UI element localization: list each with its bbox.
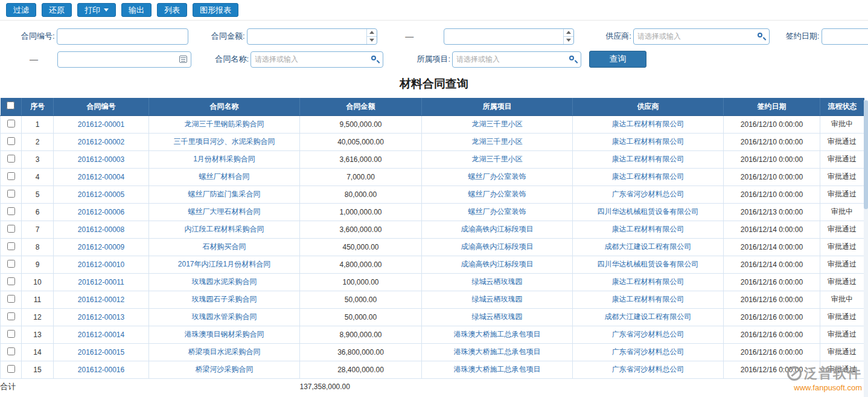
supplier-link[interactable]: 四川华达机械租赁设备有限公司: [598, 207, 699, 216]
sign-date-from-input[interactable]: [822, 28, 868, 45]
calendar-icon[interactable]: [179, 56, 187, 63]
row-checkbox[interactable]: [7, 207, 15, 215]
scrollbar-thumb[interactable]: [864, 100, 868, 209]
supplier-link[interactable]: 康达工程材料有限公司: [612, 172, 685, 181]
row-checkbox[interactable]: [7, 295, 15, 303]
supplier-link[interactable]: 康达工程材料有限公司: [612, 155, 685, 163]
contract-code-link[interactable]: 201612-00014: [78, 331, 124, 339]
project-link[interactable]: 龙湖三千里小区: [472, 155, 523, 163]
contract-name-link[interactable]: 玫瑰园水泥采购合同: [192, 277, 257, 286]
amount-from-spinner[interactable]: [366, 29, 377, 44]
project-link[interactable]: 螺丝厂办公室装饰: [468, 207, 526, 216]
supplier-link[interactable]: 广东省河沙材料总公司: [612, 330, 685, 338]
contract-name-link[interactable]: 港珠澳项目钢材采购合同: [185, 330, 264, 338]
vertical-scrollbar[interactable]: [864, 100, 868, 397]
spinner-up-icon[interactable]: [564, 29, 573, 37]
supplier-link[interactable]: 康达工程材料有限公司: [612, 225, 685, 233]
row-checkbox[interactable]: [7, 225, 15, 233]
print-button[interactable]: 打印: [77, 3, 116, 17]
supplier-link[interactable]: 成都大江建设工程有限公司: [605, 242, 692, 251]
contract-code-link[interactable]: 201612-00004: [78, 173, 124, 181]
amount-to-input[interactable]: [444, 28, 574, 45]
supplier-link[interactable]: 广东省河沙材料总公司: [612, 347, 685, 356]
filter-button[interactable]: 过滤: [6, 3, 36, 17]
restore-button[interactable]: 还原: [42, 3, 72, 17]
select-all-checkbox[interactable]: [7, 102, 14, 109]
row-checkbox[interactable]: [7, 365, 15, 373]
row-checkbox[interactable]: [7, 260, 15, 268]
supplier-link[interactable]: 康达工程材料有限公司: [612, 295, 685, 303]
contract-name-link[interactable]: 三千里项目河沙、水泥采购合同: [174, 137, 275, 146]
search-icon[interactable]: [569, 55, 577, 63]
project-link[interactable]: 绿城云栖玫瑰园: [472, 277, 523, 286]
amount-to-spinner[interactable]: [563, 29, 573, 44]
supplier-link[interactable]: 四川华达机械租赁设备有限公司: [598, 260, 699, 268]
project-link[interactable]: 成渝高铁内江标段项目: [461, 225, 534, 233]
project-link[interactable]: 港珠澳大桥施工总承包项目: [454, 365, 541, 373]
contract-code-link[interactable]: 201612-00013: [78, 313, 124, 321]
project-link[interactable]: 港珠澳大桥施工总承包项目: [454, 330, 541, 338]
project-link[interactable]: 龙湖三千里小区: [472, 137, 523, 146]
project-link[interactable]: 螺丝厂办公室装饰: [468, 172, 526, 181]
contract-name-link[interactable]: 玫瑰园水管采购合同: [192, 312, 257, 321]
contract-code-link[interactable]: 201612-00009: [78, 243, 124, 251]
contract-code-link[interactable]: 201612-00011: [78, 278, 124, 286]
supplier-link[interactable]: 广东省河沙材料总公司: [612, 365, 685, 373]
contract-code-link[interactable]: 201612-00006: [78, 208, 124, 216]
contract-code-link[interactable]: 201612-00008: [78, 225, 124, 234]
row-checkbox[interactable]: [7, 120, 15, 127]
project-link[interactable]: 螺丝厂办公室装饰: [468, 190, 526, 198]
contract-name-link[interactable]: 石材购买合同: [203, 242, 246, 251]
amount-from-input[interactable]: [247, 28, 377, 45]
contract-code-link[interactable]: 201612-00016: [78, 366, 124, 374]
project-link[interactable]: 成渝高铁内江标段项目: [461, 260, 534, 268]
contract-code-link[interactable]: 201612-00010: [78, 260, 124, 269]
supplier-input[interactable]: [633, 28, 770, 45]
query-button[interactable]: 查询: [589, 51, 646, 68]
search-icon[interactable]: [371, 55, 379, 63]
contract-code-link[interactable]: 201612-00002: [78, 138, 124, 146]
contract-name-link[interactable]: 螺丝厂大理石材料合同: [188, 207, 261, 216]
row-checkbox[interactable]: [7, 172, 15, 180]
row-checkbox[interactable]: [7, 312, 15, 320]
contract-code-link[interactable]: 201612-00003: [78, 155, 124, 164]
contract-code-link[interactable]: 201612-00015: [78, 348, 124, 357]
project-link[interactable]: 成渝高铁内江标段项目: [461, 242, 534, 251]
row-checkbox[interactable]: [7, 330, 15, 338]
contract-code-link[interactable]: 201612-00012: [78, 295, 124, 304]
contract-name-link[interactable]: 桥梁项目水泥采购合同: [188, 347, 261, 356]
spinner-down-icon[interactable]: [367, 37, 377, 44]
graph-report-button[interactable]: 图形报表: [193, 3, 238, 17]
contract-no-input[interactable]: [57, 28, 188, 45]
search-icon[interactable]: [757, 32, 765, 40]
supplier-link[interactable]: 广东省河沙材料总公司: [612, 190, 685, 198]
contract-name-link[interactable]: 1月份材料采购合同: [193, 155, 255, 163]
row-checkbox[interactable]: [7, 137, 15, 145]
row-checkbox[interactable]: [7, 155, 15, 163]
contract-name-input[interactable]: [251, 51, 383, 68]
supplier-link[interactable]: 康达工程材料有限公司: [612, 120, 685, 128]
contract-name-link[interactable]: 螺丝厂防盗门集采合同: [188, 190, 261, 198]
project-input[interactable]: [452, 51, 581, 68]
contract-name-link[interactable]: 桥梁河沙采购合同: [196, 365, 254, 373]
row-checkbox[interactable]: [7, 347, 15, 355]
row-checkbox[interactable]: [7, 190, 15, 198]
list-button[interactable]: 列表: [157, 3, 187, 17]
supplier-link[interactable]: 康达工程材料有限公司: [612, 137, 685, 146]
project-link[interactable]: 龙湖三千里小区: [472, 120, 523, 128]
sign-date-to-input[interactable]: [57, 51, 191, 68]
supplier-link[interactable]: 康达工程材料有限公司: [612, 277, 685, 286]
contract-code-link[interactable]: 201612-00005: [78, 190, 124, 199]
contract-code-link[interactable]: 201612-00001: [78, 120, 124, 129]
project-link[interactable]: 港珠澳大桥施工总承包项目: [454, 347, 541, 356]
project-link[interactable]: 绿城云栖玫瑰园: [472, 295, 523, 303]
contract-name-link[interactable]: 2017年内江段1月份材料合同: [178, 260, 270, 268]
row-checkbox[interactable]: [7, 242, 15, 250]
contract-name-link[interactable]: 螺丝厂材料合同: [199, 172, 250, 181]
project-link[interactable]: 绿城云栖玫瑰园: [472, 312, 523, 321]
contract-name-link[interactable]: 内江段工程材料采购合同: [185, 225, 264, 233]
export-button[interactable]: 输出: [121, 3, 152, 17]
contract-name-link[interactable]: 玫瑰园石子采购合同: [192, 295, 257, 303]
row-checkbox[interactable]: [7, 277, 15, 285]
contract-name-link[interactable]: 龙湖三千里钢筋采购合同: [185, 120, 264, 128]
